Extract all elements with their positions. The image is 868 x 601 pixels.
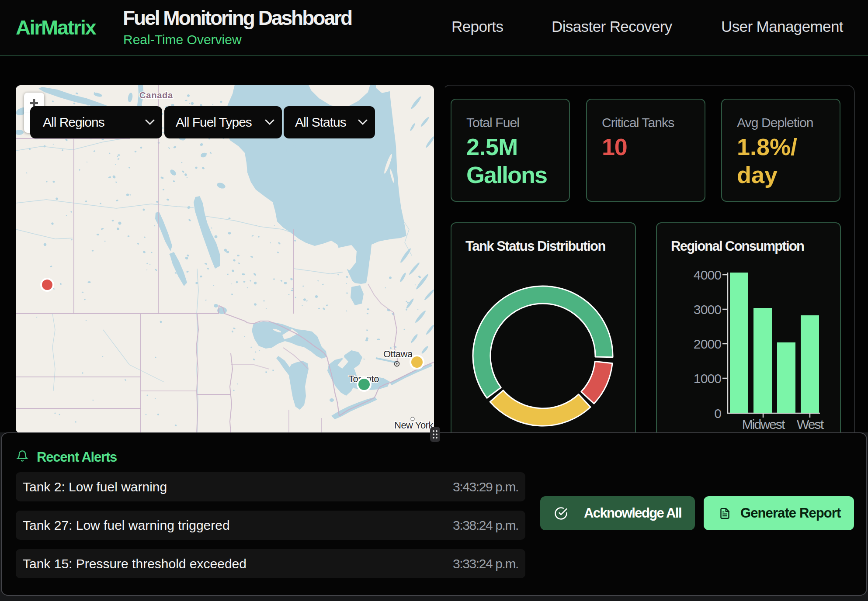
svg-text:3000: 3000 <box>694 302 721 317</box>
svg-text:Midwest: Midwest <box>742 417 785 432</box>
svg-text:1000: 1000 <box>694 371 721 386</box>
svg-text:0: 0 <box>714 406 721 421</box>
svg-text:4000: 4000 <box>694 268 721 282</box>
svg-text:Ottawa: Ottawa <box>383 349 413 359</box>
svg-text:2000: 2000 <box>694 337 721 351</box>
svg-text:New York: New York <box>394 420 434 431</box>
svg-text:Canada: Canada <box>139 90 173 100</box>
svg-text:West: West <box>797 417 824 432</box>
